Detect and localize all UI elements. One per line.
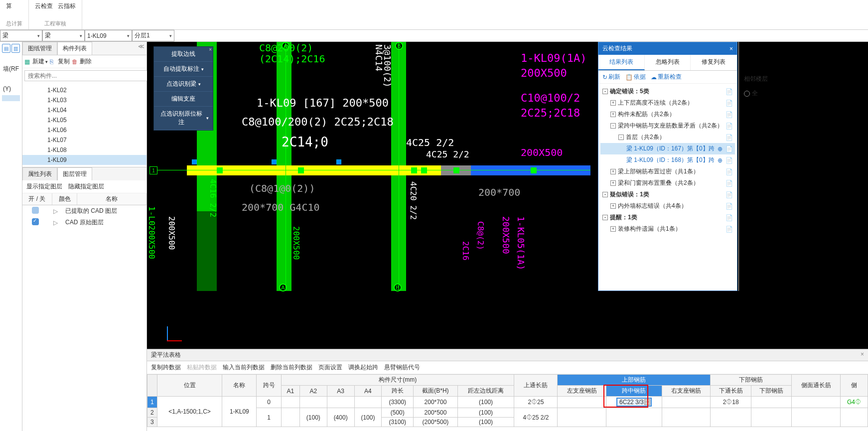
handle[interactable] [217, 167, 223, 173]
tree-item[interactable]: 1-KL06 [22, 125, 146, 135]
cell[interactable]: (100) [457, 408, 514, 418]
th-dist[interactable]: 距左边线距离 [457, 386, 514, 397]
side-item-y[interactable]: (Y) [2, 82, 20, 95]
expand-icon[interactable]: + [610, 180, 616, 186]
tb-cantilever[interactable]: 悬臂钢筋代号 [384, 363, 420, 372]
collapse-icon[interactable]: - [610, 123, 616, 129]
th-side2[interactable]: 侧 [841, 375, 868, 397]
collapse-icon[interactable]: - [602, 192, 608, 197]
tab-layermgr[interactable]: 图层管理 [57, 167, 92, 180]
detail-icon[interactable]: 📄 [725, 134, 733, 141]
cell[interactable]: 200*500 [414, 408, 458, 418]
result-item[interactable]: -确定错误：5类📄 [600, 86, 735, 97]
table-wrapper[interactable]: 位置 名称 跨号 构件尺寸(mm) 上通长筋 上部钢筋 下部钢筋 侧面通长筋 侧… [147, 374, 868, 431]
option-all[interactable]: 全 [739, 86, 868, 101]
close-icon[interactable]: × [209, 47, 212, 52]
side-item-wall[interactable]: 墙(RF [2, 62, 20, 76]
category-dropdown[interactable]: 梁▾ [0, 30, 42, 41]
tree-item[interactable]: 1-KL04 [22, 105, 146, 115]
expand-icon[interactable]: + [610, 169, 616, 174]
cell[interactable]: 2⏀18 [711, 397, 751, 408]
side-item-active[interactable] [2, 95, 20, 101]
expand-icon[interactable]: ▷ [45, 219, 65, 226]
radio-icon[interactable] [744, 91, 750, 97]
fm-edit-support[interactable]: 编辑支座 [154, 92, 213, 107]
handle[interactable] [411, 167, 417, 173]
detail-icon[interactable]: 📄 [725, 203, 733, 210]
close-icon[interactable]: × [729, 45, 733, 52]
ribbon-cloudcheck-button[interactable]: 云检查 [35, 2, 53, 10]
cell[interactable]: (100) [354, 408, 382, 427]
handle[interactable] [531, 167, 537, 173]
cell[interactable]: 1 [257, 408, 281, 427]
detail-icon[interactable]: 📄 [725, 214, 733, 221]
type-dropdown[interactable]: 梁▾ [42, 30, 85, 41]
table-row[interactable]: 1 <1,A-1500;1,C> 1-KL09 0 (3300) 200*700… [147, 397, 868, 408]
pin-icon[interactable]: ≪ [138, 43, 145, 50]
side-item-3[interactable] [2, 76, 20, 82]
th-lowerrebar[interactable]: 下部钢筋 [751, 386, 792, 397]
checkbox-partial[interactable] [32, 207, 39, 214]
result-item[interactable]: -疑似错误：1类📄 [600, 189, 735, 200]
th-lower[interactable]: 下部钢筋 [711, 375, 792, 386]
th-a1[interactable]: A1 [281, 386, 299, 397]
th-a3[interactable]: A3 [327, 386, 354, 397]
expand-icon[interactable]: + [610, 226, 616, 232]
search-input[interactable] [24, 70, 148, 81]
tree-item[interactable]: 1-KL03 [22, 95, 146, 105]
cell[interactable]: 0 [257, 397, 281, 408]
handle[interactable] [298, 167, 304, 173]
expand-icon[interactable]: + [610, 203, 616, 209]
cell[interactable]: (100) [457, 397, 514, 408]
layer-dropdown[interactable]: 分层1▾ [132, 30, 174, 41]
option-adjacent[interactable]: 相邻楼层 [739, 72, 868, 86]
th-leftsup[interactable]: 左支座钢筋 [558, 386, 606, 397]
cell[interactable]: 200*700 [414, 397, 458, 408]
copy-button[interactable]: ⎘复制 [50, 57, 70, 66]
cell[interactable]: (200*500) [414, 418, 458, 427]
hide-layer-btn[interactable]: 隐藏指定图层 [68, 182, 104, 191]
tb-pastespan[interactable]: 粘贴跨数据 [187, 363, 217, 372]
detail-icon[interactable]: 📄 [725, 168, 733, 175]
side-item-1[interactable] [2, 56, 20, 62]
tree-item[interactable]: 1-KL07 [22, 135, 146, 145]
checkbox-checked[interactable] [32, 218, 39, 225]
anchor[interactable] [192, 159, 197, 164]
fm-extract-edge[interactable]: 提取边线 [154, 47, 213, 62]
locate-icon[interactable]: ⊕ [718, 145, 723, 152]
tab-ignored[interactable]: 忽略列表 [645, 55, 691, 70]
th-pos[interactable]: 位置 [157, 375, 222, 397]
th-upperlong[interactable]: 上通长筋 [514, 375, 558, 397]
cell-pos[interactable]: <1,A-1500;1,C> [157, 397, 222, 427]
tree-item[interactable]: 1-KL02 [22, 85, 146, 95]
tree-item[interactable]: 1-KL05 [22, 115, 146, 125]
result-item[interactable]: -首层（共2条）📄 [600, 132, 735, 143]
th-a2[interactable]: A2 [299, 386, 327, 397]
detail-icon[interactable]: 📄 [725, 180, 733, 187]
result-item[interactable]: -提醒：1类📄 [600, 212, 735, 223]
detail-icon[interactable]: 📄 [725, 145, 733, 152]
detail-icon[interactable]: 📄 [725, 157, 733, 164]
fm-pick-origin[interactable]: 点选识别原位标注▾ [154, 107, 213, 130]
fm-pick-beam[interactable]: 点选识别梁▾ [154, 77, 213, 92]
result-item[interactable]: +装修构件遗漏（共1条）📄 [600, 223, 735, 235]
result-item[interactable]: -梁跨中钢筋与支座筋数量矛盾（共2条）📄 [600, 120, 735, 132]
anchor[interactable] [336, 159, 341, 164]
cell[interactable]: (3300) [382, 397, 414, 408]
cell[interactable]: 4⏀25 2/2 [514, 408, 558, 427]
detail-icon[interactable]: 📄 [725, 111, 733, 118]
new-button[interactable]: ▦新建▾ [24, 57, 48, 66]
cell[interactable]: 2⏀25 [514, 397, 558, 408]
tool-icon-1[interactable]: ▤ [2, 44, 10, 53]
tb-inputcol[interactable]: 输入当前列数据 [223, 363, 265, 372]
cell[interactable]: (100) [457, 418, 514, 427]
th-span[interactable]: 跨号 [257, 375, 281, 397]
locate-icon[interactable]: ⊕ [718, 157, 723, 164]
th-mid[interactable]: 跨中钢筋 [606, 386, 662, 397]
cell[interactable]: G4⏀ [841, 397, 868, 408]
tab-components[interactable]: 构件列表 [57, 42, 92, 55]
result-item[interactable]: +上下层高度不连续（共2条）📄 [600, 97, 735, 109]
handle[interactable] [453, 167, 459, 173]
ellipsis-button[interactable]: ⋯ [644, 399, 650, 405]
th-rightsup[interactable]: 右支座钢筋 [662, 386, 711, 397]
